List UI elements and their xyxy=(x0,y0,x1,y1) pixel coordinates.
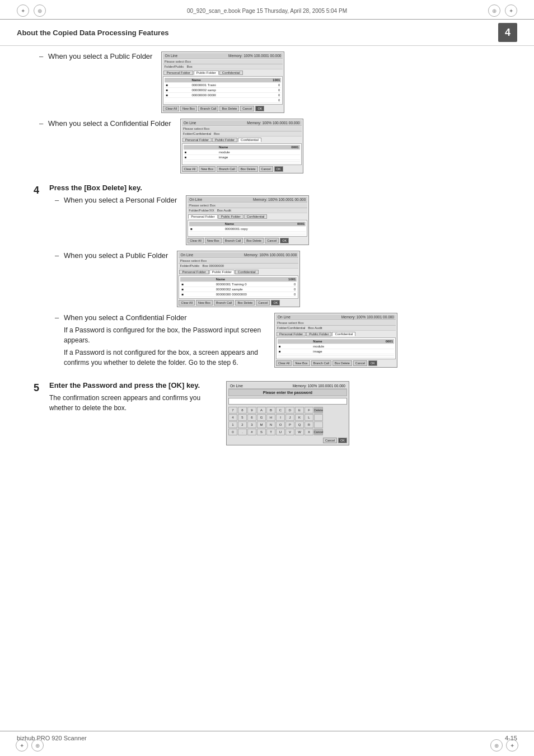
tab-personal-3[interactable]: Personal Folder xyxy=(188,214,217,219)
btn-newbox-1[interactable]: New Box xyxy=(180,106,197,111)
btn-ok-3[interactable]: OK xyxy=(280,238,289,243)
tab-confidential-2[interactable]: Confidential xyxy=(238,138,261,142)
key-T[interactable]: T xyxy=(266,429,275,435)
screen-row-1b: ■ 00000002 sample 0 xyxy=(165,88,281,93)
btn-branchcall-2[interactable]: Branch Call xyxy=(217,166,237,172)
btn-boxdelete-4[interactable]: Box Delete xyxy=(235,300,255,306)
pass-input[interactable] xyxy=(228,398,347,405)
pass-top-bar: On Line Memory: 100% 100.0001 00.000 xyxy=(228,383,347,389)
btn-clearall-1[interactable]: Clear All xyxy=(163,106,179,111)
key-3[interactable]: 3 xyxy=(247,421,256,428)
key-5[interactable]: 5 xyxy=(238,414,247,421)
key-P[interactable]: P xyxy=(285,421,294,428)
screen-inner-2: Name 0001 ■ module ■ image xyxy=(182,143,302,165)
btn-cancel-1[interactable]: Cancel xyxy=(240,106,254,111)
tab-bar-2: Personal Folder Public Folder Confidenti… xyxy=(182,137,302,143)
tab-public-2[interactable]: Public Folder xyxy=(212,138,237,142)
key-I[interactable]: I xyxy=(276,414,285,421)
tab-confidential-5[interactable]: Confidential xyxy=(332,332,355,336)
key-G[interactable]: G xyxy=(257,414,266,421)
key-7[interactable]: 7 xyxy=(228,407,237,414)
key-8[interactable]: 8 xyxy=(238,407,247,414)
key-Q[interactable]: Q xyxy=(295,421,304,428)
key-F[interactable]: F xyxy=(305,407,313,414)
btn-newbox-5[interactable]: New Box xyxy=(293,360,310,366)
tab-personal-1[interactable]: Personal Folder xyxy=(163,71,193,75)
btn-clearall-5[interactable]: Clear All xyxy=(276,360,292,366)
key-J[interactable]: J xyxy=(285,414,294,421)
btn-branchcall-1[interactable]: Branch Call xyxy=(198,106,218,111)
btn-ok-pass[interactable]: OK xyxy=(338,438,347,443)
screen-inner-4: Name 1001 ■ 00000001 Training 0 0 xyxy=(179,275,298,299)
btn-boxdelete-5[interactable]: Box Delete xyxy=(332,360,352,366)
key-6[interactable]: 6 xyxy=(247,414,256,421)
tab-public-1[interactable]: Public Folder xyxy=(194,71,219,75)
step-4-row: 4 Press the [Box Delete] key. – When you… xyxy=(34,184,517,373)
btn-clearall-2[interactable]: Clear All xyxy=(182,166,198,172)
btn-newbox-3[interactable]: New Box xyxy=(205,238,222,243)
btn-branchcall-5[interactable]: Branch Call xyxy=(311,360,331,366)
btn-cancel-2[interactable]: Cancel xyxy=(259,166,273,172)
btn-boxdelete-1[interactable]: Box Delete xyxy=(219,106,239,111)
confidential-note-1: If a Password is configured for the box,… xyxy=(64,325,265,345)
key-n[interactable] xyxy=(314,421,323,428)
btn-cancel-5[interactable]: Cancel xyxy=(353,360,367,366)
key-L[interactable]: L xyxy=(305,414,313,421)
btn-newbox-2[interactable]: New Box xyxy=(199,166,216,172)
screen-top-bar-4: On Line Memory: 100% 100.0001 00.000 xyxy=(179,252,298,258)
screen-row-2a: ■ module xyxy=(184,150,300,155)
screen-row-1d: 0 xyxy=(165,98,281,103)
key-E[interactable]: E xyxy=(295,407,304,414)
key-N[interactable]: N xyxy=(266,421,275,428)
tab-personal-2[interactable]: Personal Folder xyxy=(182,138,212,142)
key-W[interactable]: W xyxy=(295,429,304,435)
key-O[interactable]: O xyxy=(276,421,285,428)
btn-branchcall-4[interactable]: Branch Call xyxy=(214,300,234,306)
btn-cancel-3[interactable]: Cancel xyxy=(265,238,279,243)
btn-ok-1[interactable]: OK xyxy=(255,106,264,111)
key-cancel-pass[interactable]: Cancel xyxy=(314,429,323,435)
key-V[interactable]: V xyxy=(285,429,294,435)
key-m[interactable] xyxy=(314,414,323,421)
key-dot[interactable]: . xyxy=(238,429,247,435)
btn-branchcall-3[interactable]: Branch Call xyxy=(223,238,243,243)
btn-boxdelete-3[interactable]: Box Delete xyxy=(244,238,264,243)
key-H[interactable]: H xyxy=(266,414,275,421)
key-B[interactable]: B xyxy=(266,407,275,414)
btn-boxdelete-2[interactable]: Box Delete xyxy=(238,166,258,172)
tab-confidential-1[interactable]: Confidential xyxy=(219,71,243,75)
btn-clearall-3[interactable]: Clear All xyxy=(188,238,203,243)
key-M[interactable]: M xyxy=(257,421,266,428)
key-delete[interactable]: Delete xyxy=(314,407,323,414)
btn-cancel-pass[interactable]: Cancel xyxy=(323,438,337,443)
key-2[interactable]: 2 xyxy=(238,421,247,428)
btn-ok-2[interactable]: OK xyxy=(274,166,283,172)
key-K[interactable]: K xyxy=(295,414,304,421)
tab-public-3[interactable]: Public Folder xyxy=(218,214,243,219)
key-4[interactable]: 4 xyxy=(228,414,237,421)
btn-newbox-4[interactable]: New Box xyxy=(196,300,213,306)
screen-row-3a: ■ 00000001 copy xyxy=(189,227,306,232)
key-9[interactable]: 9 xyxy=(247,407,256,414)
btn-cancel-4[interactable]: Cancel xyxy=(256,300,270,306)
btn-ok-4[interactable]: OK xyxy=(271,300,280,306)
key-U[interactable]: U xyxy=(276,429,285,435)
key-A[interactable]: A xyxy=(257,407,266,414)
key-0[interactable]: 0 xyxy=(228,429,237,435)
key-X[interactable]: X xyxy=(305,429,313,435)
key-S[interactable]: S xyxy=(257,429,266,435)
tab-personal-4[interactable]: Personal Folder xyxy=(179,270,208,274)
key-R[interactable]: R xyxy=(305,421,313,428)
tab-personal-5[interactable]: Personal Folder xyxy=(277,332,306,336)
tab-confidential-4[interactable]: Confidential xyxy=(235,270,259,274)
tab-confidential-3[interactable]: Confidential xyxy=(244,214,268,219)
btn-ok-5[interactable]: OK xyxy=(368,360,377,366)
tab-public-5[interactable]: Public Folder xyxy=(306,332,331,336)
btn-clearall-4[interactable]: Clear All xyxy=(179,300,194,306)
key-C[interactable]: C xyxy=(276,407,285,414)
screen-confidential-delete: On Line Memory: 100% 100.0001 00.000 Ple… xyxy=(274,313,397,368)
key-hash[interactable]: # xyxy=(247,429,256,435)
tab-public-4[interactable]: Public Folder xyxy=(209,270,235,274)
key-1[interactable]: 1 xyxy=(228,421,237,428)
key-D[interactable]: D xyxy=(285,407,294,414)
